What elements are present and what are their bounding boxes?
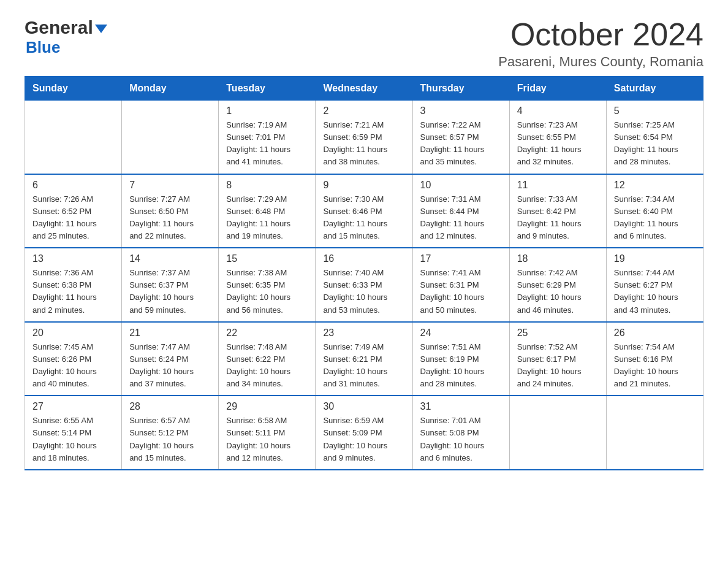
- day-info: Sunrise: 6:58 AM Sunset: 5:11 PM Dayligh…: [226, 415, 308, 464]
- col-sunday: Sunday: [25, 77, 122, 101]
- day-number: 31: [420, 401, 502, 412]
- day-cell: 25Sunrise: 7:52 AM Sunset: 6:17 PM Dayli…: [509, 322, 606, 396]
- day-cell: 11Sunrise: 7:33 AM Sunset: 6:42 PM Dayli…: [509, 174, 606, 248]
- day-number: 25: [517, 327, 599, 339]
- day-cell: 15Sunrise: 7:38 AM Sunset: 6:35 PM Dayli…: [219, 248, 316, 322]
- day-info: Sunrise: 7:01 AM Sunset: 5:08 PM Dayligh…: [420, 415, 502, 464]
- day-info: Sunrise: 7:33 AM Sunset: 6:42 PM Dayligh…: [517, 193, 599, 243]
- day-info: Sunrise: 7:30 AM Sunset: 6:46 PM Dayligh…: [323, 193, 404, 243]
- day-cell: 8Sunrise: 7:29 AM Sunset: 6:48 PM Daylig…: [219, 174, 316, 248]
- day-info: Sunrise: 7:49 AM Sunset: 6:21 PM Dayligh…: [323, 341, 404, 391]
- day-cell: 24Sunrise: 7:51 AM Sunset: 6:19 PM Dayli…: [412, 322, 509, 396]
- day-number: 22: [226, 327, 308, 339]
- day-number: 14: [129, 253, 211, 264]
- day-number: 21: [129, 327, 211, 339]
- day-number: 17: [420, 253, 502, 264]
- day-info: Sunrise: 7:34 AM Sunset: 6:40 PM Dayligh…: [614, 193, 696, 243]
- day-info: Sunrise: 7:48 AM Sunset: 6:22 PM Dayligh…: [226, 341, 308, 391]
- day-number: 9: [323, 180, 404, 191]
- day-info: Sunrise: 7:54 AM Sunset: 6:16 PM Dayligh…: [614, 341, 696, 391]
- day-number: 7: [129, 180, 211, 191]
- day-info: Sunrise: 7:31 AM Sunset: 6:44 PM Dayligh…: [420, 193, 502, 243]
- logo-text-blue: Blue: [26, 38, 60, 57]
- day-info: Sunrise: 6:59 AM Sunset: 5:09 PM Dayligh…: [323, 415, 404, 464]
- day-cell: 20Sunrise: 7:45 AM Sunset: 6:26 PM Dayli…: [25, 322, 122, 396]
- day-info: Sunrise: 7:21 AM Sunset: 6:59 PM Dayligh…: [323, 119, 404, 169]
- day-info: Sunrise: 7:25 AM Sunset: 6:54 PM Dayligh…: [614, 119, 696, 169]
- day-cell: 4Sunrise: 7:23 AM Sunset: 6:55 PM Daylig…: [509, 101, 606, 174]
- day-cell: [25, 101, 122, 174]
- page-subtitle: Pasareni, Mures County, Romania: [498, 54, 703, 70]
- day-number: 15: [226, 253, 308, 264]
- day-cell: [122, 101, 219, 174]
- day-info: Sunrise: 7:37 AM Sunset: 6:37 PM Dayligh…: [129, 267, 211, 316]
- day-number: 2: [323, 105, 404, 117]
- day-cell: 23Sunrise: 7:49 AM Sunset: 6:21 PM Dayli…: [316, 322, 412, 396]
- day-number: 27: [32, 401, 114, 412]
- day-cell: 6Sunrise: 7:26 AM Sunset: 6:52 PM Daylig…: [25, 174, 122, 248]
- day-info: Sunrise: 7:36 AM Sunset: 6:38 PM Dayligh…: [32, 267, 114, 316]
- day-cell: 9Sunrise: 7:30 AM Sunset: 6:46 PM Daylig…: [316, 174, 412, 248]
- day-cell: 14Sunrise: 7:37 AM Sunset: 6:37 PM Dayli…: [122, 248, 219, 322]
- day-cell: 13Sunrise: 7:36 AM Sunset: 6:38 PM Dayli…: [25, 248, 122, 322]
- day-cell: [606, 396, 703, 470]
- day-cell: 27Sunrise: 6:55 AM Sunset: 5:14 PM Dayli…: [25, 396, 122, 470]
- day-cell: 3Sunrise: 7:22 AM Sunset: 6:57 PM Daylig…: [412, 101, 509, 174]
- day-info: Sunrise: 7:23 AM Sunset: 6:55 PM Dayligh…: [517, 119, 599, 169]
- day-number: 29: [226, 401, 308, 412]
- day-number: 13: [32, 253, 114, 264]
- day-number: 19: [614, 253, 696, 264]
- day-info: Sunrise: 6:57 AM Sunset: 5:12 PM Dayligh…: [129, 415, 211, 464]
- title-block: October 2024 Pasareni, Mures County, Rom…: [498, 18, 703, 70]
- day-info: Sunrise: 7:29 AM Sunset: 6:48 PM Dayligh…: [226, 193, 308, 243]
- day-cell: 30Sunrise: 6:59 AM Sunset: 5:09 PM Dayli…: [316, 396, 412, 470]
- day-number: 20: [32, 327, 114, 339]
- day-info: Sunrise: 7:27 AM Sunset: 6:50 PM Dayligh…: [129, 193, 211, 243]
- day-cell: 26Sunrise: 7:54 AM Sunset: 6:16 PM Dayli…: [606, 322, 703, 396]
- day-number: 16: [323, 253, 404, 264]
- day-number: 3: [420, 105, 502, 117]
- col-wednesday: Wednesday: [316, 77, 412, 101]
- week-row-1: 1Sunrise: 7:19 AM Sunset: 7:01 PM Daylig…: [25, 101, 703, 174]
- day-number: 5: [614, 105, 696, 117]
- day-cell: 10Sunrise: 7:31 AM Sunset: 6:44 PM Dayli…: [412, 174, 509, 248]
- day-info: Sunrise: 7:38 AM Sunset: 6:35 PM Dayligh…: [226, 267, 308, 316]
- day-number: 6: [32, 180, 114, 191]
- day-info: Sunrise: 7:47 AM Sunset: 6:24 PM Dayligh…: [129, 341, 211, 391]
- day-info: Sunrise: 7:41 AM Sunset: 6:31 PM Dayligh…: [420, 267, 502, 316]
- day-cell: 7Sunrise: 7:27 AM Sunset: 6:50 PM Daylig…: [122, 174, 219, 248]
- day-info: Sunrise: 7:19 AM Sunset: 7:01 PM Dayligh…: [226, 119, 308, 169]
- logo-text-general: General: [25, 18, 107, 37]
- day-number: 18: [517, 253, 599, 264]
- logo: General Blue: [25, 18, 107, 57]
- day-info: Sunrise: 7:22 AM Sunset: 6:57 PM Dayligh…: [420, 119, 502, 169]
- day-info: Sunrise: 7:40 AM Sunset: 6:33 PM Dayligh…: [323, 267, 404, 316]
- day-number: 10: [420, 180, 502, 191]
- week-row-3: 13Sunrise: 7:36 AM Sunset: 6:38 PM Dayli…: [25, 248, 703, 322]
- day-number: 12: [614, 180, 696, 191]
- day-cell: 1Sunrise: 7:19 AM Sunset: 7:01 PM Daylig…: [219, 101, 316, 174]
- day-info: Sunrise: 7:45 AM Sunset: 6:26 PM Dayligh…: [32, 341, 114, 391]
- day-cell: 29Sunrise: 6:58 AM Sunset: 5:11 PM Dayli…: [219, 396, 316, 470]
- day-cell: 22Sunrise: 7:48 AM Sunset: 6:22 PM Dayli…: [219, 322, 316, 396]
- day-info: Sunrise: 7:51 AM Sunset: 6:19 PM Dayligh…: [420, 341, 502, 391]
- day-cell: 28Sunrise: 6:57 AM Sunset: 5:12 PM Dayli…: [122, 396, 219, 470]
- day-info: Sunrise: 7:26 AM Sunset: 6:52 PM Dayligh…: [32, 193, 114, 243]
- week-row-2: 6Sunrise: 7:26 AM Sunset: 6:52 PM Daylig…: [25, 174, 703, 248]
- day-cell: 17Sunrise: 7:41 AM Sunset: 6:31 PM Dayli…: [412, 248, 509, 322]
- day-number: 11: [517, 180, 599, 191]
- day-number: 1: [226, 105, 308, 117]
- day-info: Sunrise: 6:55 AM Sunset: 5:14 PM Dayligh…: [32, 415, 114, 464]
- col-friday: Friday: [509, 77, 606, 101]
- week-row-4: 20Sunrise: 7:45 AM Sunset: 6:26 PM Dayli…: [25, 322, 703, 396]
- day-cell: 16Sunrise: 7:40 AM Sunset: 6:33 PM Dayli…: [316, 248, 412, 322]
- week-row-5: 27Sunrise: 6:55 AM Sunset: 5:14 PM Dayli…: [25, 396, 703, 470]
- page-header: General Blue October 2024 Pasareni, Mure…: [25, 18, 703, 70]
- day-number: 23: [323, 327, 404, 339]
- day-info: Sunrise: 7:42 AM Sunset: 6:29 PM Dayligh…: [517, 267, 599, 316]
- day-cell: [509, 396, 606, 470]
- day-number: 28: [129, 401, 211, 412]
- header-row: Sunday Monday Tuesday Wednesday Thursday…: [25, 77, 703, 101]
- day-cell: 2Sunrise: 7:21 AM Sunset: 6:59 PM Daylig…: [316, 101, 412, 174]
- col-monday: Monday: [122, 77, 219, 101]
